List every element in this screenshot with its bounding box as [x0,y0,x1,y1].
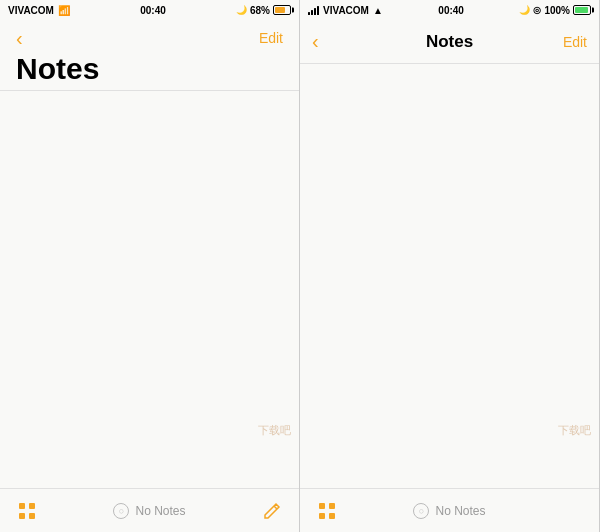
left-status-right: 🌙 68% [236,5,291,16]
right-signal-bars [308,5,319,15]
right-bottom-toolbar: ○ No Notes [300,488,599,532]
left-carrier: VIVACOM [8,5,54,16]
svg-rect-2 [19,513,25,519]
right-no-notes-label: No Notes [435,504,485,518]
left-battery-percent: 68% [250,5,270,16]
left-phone-screen: VIVACOM 📶 00:40 🌙 68% ‹ Edit Notes 下载吧 [0,0,300,532]
left-back-button[interactable]: ‹ [16,27,23,50]
left-battery-icon [273,5,291,15]
svg-rect-6 [319,513,325,519]
right-nav-bar: ‹ Notes Edit [300,20,599,64]
right-moon-icon: 🌙 [519,5,530,15]
right-wifi-icon: ▲ [373,5,383,16]
right-watermark: 下载吧 [558,423,591,438]
left-grid-icon[interactable] [16,500,38,522]
right-edit-button[interactable]: Edit [563,34,587,50]
right-battery-icon [573,5,591,15]
right-main-content: 下载吧 [300,64,599,488]
right-signal-icon: ◎ [533,5,541,15]
right-grid-icon[interactable] [316,500,338,522]
left-nav-row: ‹ Edit [16,24,283,52]
right-status-left: VIVACOM ▲ [308,5,383,16]
signal-bar-3 [314,8,316,15]
svg-rect-3 [29,513,35,519]
right-status-bar: VIVACOM ▲ 00:40 🌙 ◎ 100% [300,0,599,20]
signal-bar-4 [317,6,319,15]
left-main-content: 下载吧 [0,91,299,488]
left-status-left: VIVACOM 📶 [8,5,70,16]
signal-bar-2 [311,10,313,15]
left-status-bar: VIVACOM 📶 00:40 🌙 68% [0,0,299,20]
right-no-notes-icon: ○ [413,503,429,519]
svg-rect-1 [29,503,35,509]
left-no-notes-label: No Notes [135,504,185,518]
svg-rect-5 [329,503,335,509]
left-compose-icon[interactable] [261,500,283,522]
right-battery-fill [575,7,588,13]
left-watermark: 下载吧 [258,423,291,438]
left-time: 00:40 [140,5,166,16]
right-battery-percent: 100% [544,5,570,16]
left-battery-fill [275,7,285,13]
right-page-title: Notes [426,32,473,52]
right-back-button[interactable]: ‹ [312,30,319,53]
left-page-title: Notes [16,54,283,84]
right-carrier: VIVACOM [323,5,369,16]
signal-bar-1 [308,12,310,15]
left-moon-icon: 🌙 [236,5,247,15]
svg-rect-4 [319,503,325,509]
svg-rect-0 [19,503,25,509]
left-no-notes: ○ No Notes [113,503,185,519]
svg-rect-7 [329,513,335,519]
left-nav-bar: ‹ Edit Notes [0,20,299,91]
right-phone-screen: VIVACOM ▲ 00:40 🌙 ◎ 100% ‹ Notes Edit 下载… [300,0,600,532]
left-bottom-toolbar: ○ No Notes [0,488,299,532]
right-no-notes: ○ No Notes [413,503,485,519]
left-wifi-icon: 📶 [58,5,70,16]
right-status-right: 🌙 ◎ 100% [519,5,591,16]
left-no-notes-icon: ○ [113,503,129,519]
left-edit-button[interactable]: Edit [259,30,283,46]
right-time: 00:40 [438,5,464,16]
